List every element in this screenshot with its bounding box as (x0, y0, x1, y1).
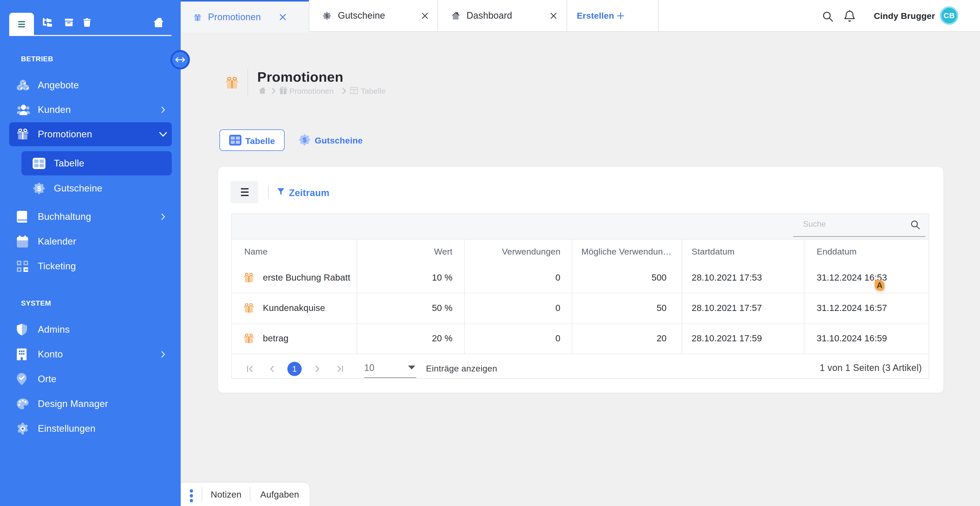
svg-text:$: $ (326, 13, 328, 19)
svg-text:$: $ (37, 185, 41, 193)
svg-text:$: $ (303, 136, 307, 144)
